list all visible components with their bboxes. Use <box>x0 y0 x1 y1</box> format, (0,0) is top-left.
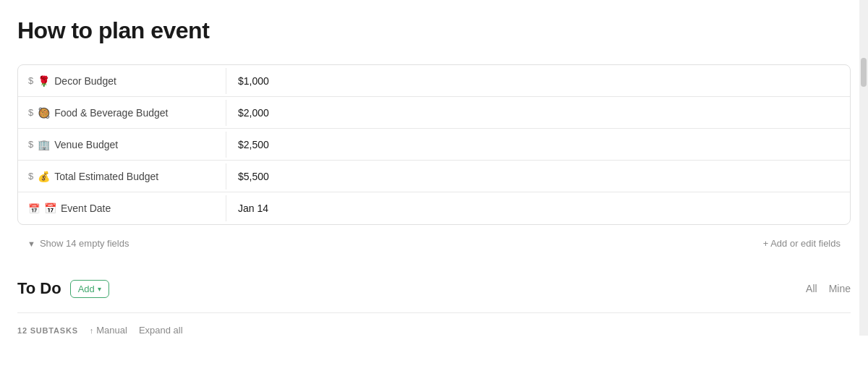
chevron-down-icon: ▼ <box>27 239 35 248</box>
page-title: How to plan event <box>17 17 851 44</box>
currency-icon: $ <box>28 75 33 86</box>
calendar-outline-icon: 📅 <box>28 203 40 214</box>
subtasks-bar: 12 SUBTASKS ↑ Manual Expand all <box>17 312 851 336</box>
todo-filters: All Mine <box>806 283 851 294</box>
show-empty-button[interactable]: ▼ Show 14 empty fields <box>27 238 129 249</box>
red-calendar-emoji: 📅 <box>44 203 56 214</box>
add-edit-fields-button[interactable]: + Add or edit fields <box>763 238 841 249</box>
scrollbar[interactable] <box>859 0 868 336</box>
property-value-food-budget[interactable]: $2,000 <box>226 100 850 126</box>
show-empty-label: Show 14 empty fields <box>40 238 129 249</box>
currency-icon: $ <box>28 107 33 118</box>
property-name-food-budget: Food & Beverage Budget <box>54 107 168 119</box>
filter-all-button[interactable]: All <box>806 283 817 294</box>
property-value-decor-budget[interactable]: $1,000 <box>226 68 850 94</box>
subtasks-count: 12 SUBTASKS <box>17 326 78 335</box>
filter-mine-button[interactable]: Mine <box>829 283 851 294</box>
page-container: How to plan event $ 🌹 Decor Budget $1,00… <box>0 0 868 336</box>
money-bag-emoji: 💰 <box>38 171 50 182</box>
decor-emoji: 🌹 <box>38 75 50 87</box>
property-label-venue-budget: $ 🏢 Venue Budget <box>18 132 226 158</box>
property-name-event-date: Event Date <box>61 203 111 214</box>
currency-icon: $ <box>28 139 33 150</box>
table-row[interactable]: $ 🌹 Decor Budget $1,000 <box>18 65 850 97</box>
property-label-decor-budget: $ 🌹 Decor Budget <box>18 68 226 94</box>
property-label-food-budget: $ 🥘 Food & Beverage Budget <box>18 100 226 126</box>
properties-table: $ 🌹 Decor Budget $1,000 $ 🥘 Food & Bever… <box>17 64 851 225</box>
table-row[interactable]: $ 🏢 Venue Budget $2,500 <box>18 129 850 161</box>
property-value-venue-budget[interactable]: $2,500 <box>226 132 850 158</box>
sort-icon: ↑ <box>90 326 94 335</box>
property-name-total-budget: Total Estimated Budget <box>54 171 158 182</box>
property-label-total-budget: $ 💰 Total Estimated Budget <box>18 163 226 189</box>
add-button[interactable]: Add ▾ <box>70 280 109 298</box>
property-value-total-budget[interactable]: $5,500 <box>226 163 850 189</box>
property-name-venue-budget: Venue Budget <box>54 139 118 150</box>
table-row[interactable]: $ 🥘 Food & Beverage Budget $2,000 <box>18 97 850 129</box>
property-value-event-date[interactable]: Jan 14 <box>226 195 850 221</box>
todo-section: To Do Add ▾ All Mine 12 SUBTASKS ↑ Manua… <box>17 279 851 336</box>
scrollbar-thumb[interactable] <box>861 58 867 87</box>
show-empty-row: ▼ Show 14 empty fields + Add or edit fie… <box>17 231 851 256</box>
property-label-event-date: 📅 📅 Event Date <box>18 195 226 221</box>
manual-sort-label: Manual <box>96 325 127 336</box>
todo-header: To Do Add ▾ All Mine <box>17 279 851 298</box>
property-name-decor-budget: Decor Budget <box>54 75 116 87</box>
currency-icon: $ <box>28 171 33 182</box>
todo-title: To Do <box>17 279 61 298</box>
table-row[interactable]: 📅 📅 Event Date Jan 14 <box>18 192 850 224</box>
expand-all-button[interactable]: Expand all <box>139 325 183 336</box>
chevron-down-icon: ▾ <box>98 285 101 293</box>
table-row[interactable]: $ 💰 Total Estimated Budget $5,500 <box>18 161 850 192</box>
manual-sort-button[interactable]: ↑ Manual <box>90 325 127 336</box>
add-button-label: Add <box>78 284 95 294</box>
venue-emoji: 🏢 <box>38 139 50 150</box>
food-emoji: 🥘 <box>38 107 50 119</box>
